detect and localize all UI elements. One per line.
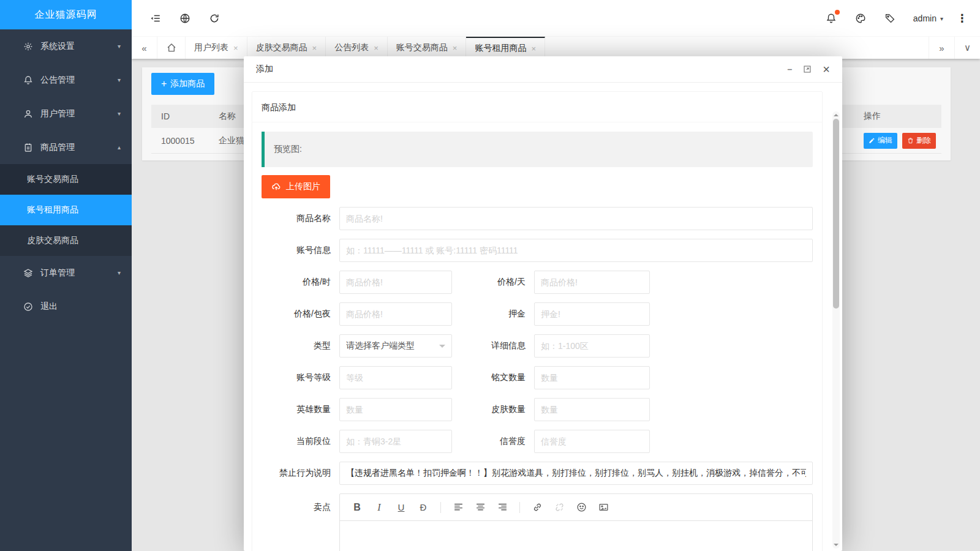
field-label: 禁止行为说明 [262,468,339,479]
add-goods-button[interactable]: + 添加商品 [151,73,214,95]
tabs-scroll-left-button[interactable]: « [132,37,157,59]
tab-label: 账号交易商品 [396,42,448,53]
topbar-right-group: admin ▾ ⋮ [816,0,973,37]
sidebar-submenu-goods: 账号交易商品 账号租用商品 皮肤交易商品 [0,164,132,256]
tab-account-trade-goods[interactable]: 账号交易商品 × [388,37,467,59]
sidebar-item-account-trade-goods[interactable]: 账号交易商品 [0,164,132,195]
close-icon[interactable]: × [453,43,458,53]
hero-count-input[interactable] [339,398,452,421]
field-label: 商品名称 [262,213,339,224]
tabs-dropdown-button[interactable]: ∨ [954,37,980,59]
detail-info-input[interactable] [534,334,650,358]
skin-count-input[interactable] [534,398,650,421]
sidebar-item-system-settings[interactable]: 系统设置 ▾ [0,29,132,63]
maximize-button[interactable] [803,65,812,73]
minimize-button[interactable]: – [788,64,793,74]
sidebar-item-goods-management[interactable]: 商品管理 ▴ [0,130,132,164]
delete-button[interactable]: 删除 [902,133,936,149]
tab-account-rent-goods[interactable]: 账号租用商品 × [466,37,545,59]
goods-name-input[interactable] [339,207,813,230]
form-row-price-night-deposit: 价格/包夜 押金 [262,302,813,326]
deposit-input[interactable] [534,302,650,326]
rich-text-editor: B I U Đ [339,493,813,551]
account-info-input[interactable] [339,239,813,262]
underline-button[interactable]: U [390,494,412,521]
admin-menu[interactable]: admin ▾ [905,0,952,37]
close-icon[interactable]: × [233,43,238,53]
remove-link-button[interactable] [548,494,570,521]
editor-content-area[interactable] [340,521,812,551]
more-options-button[interactable]: ⋮ [952,12,973,25]
align-right-button[interactable] [491,494,513,521]
close-icon[interactable]: × [374,43,379,53]
upload-image-button[interactable]: 上传图片 [262,175,330,198]
forbidden-behavior-input[interactable] [339,462,813,485]
dialog-scrollbar[interactable] [832,111,840,549]
price-per-day-input[interactable] [534,271,650,294]
tab-notice-list[interactable]: 公告列表 × [326,37,388,59]
goods-add-card: 商品添加 预览图: 上传图片 商品名称 账号信息 [252,91,823,551]
close-button[interactable]: × [823,63,830,75]
credit-score-input[interactable] [534,430,650,453]
bell-icon [826,13,837,24]
bold-button[interactable]: B [346,494,368,521]
current-rank-input[interactable] [339,430,452,453]
close-icon[interactable]: × [531,44,536,53]
sidebar-item-notice-management[interactable]: 公告管理 ▾ [0,63,132,97]
card-title: 商品添加 [252,92,822,122]
scrollbar-down-arrow-icon[interactable] [834,544,839,549]
tabbar: « 用户列表 × 皮肤交易商品 × 公告列表 × 账号交易商品 × 账号租用商品… [132,37,980,59]
align-left-button[interactable] [447,494,469,521]
refresh-icon [209,13,220,24]
maximize-icon [803,65,812,73]
tabs-scroll-right-button[interactable]: » [929,37,954,59]
align-center-button[interactable] [469,494,491,521]
tab-home[interactable] [157,37,186,59]
inscription-count-input[interactable] [534,366,650,389]
italic-button[interactable]: I [368,494,390,521]
edit-button[interactable]: 编辑 [864,133,897,149]
tag-button[interactable] [875,0,905,37]
tab-user-list[interactable]: 用户列表 × [186,37,247,59]
tab-skin-trade-goods[interactable]: 皮肤交易商品 × [247,37,326,59]
sidebar-item-label: 退出 [40,301,121,312]
sidebar-item-order-management[interactable]: 订单管理 ▾ [0,256,132,290]
account-level-input[interactable] [339,366,452,389]
sidebar-item-label: 公告管理 [40,75,118,86]
collapse-sidebar-button[interactable] [141,0,170,37]
refresh-button[interactable] [200,0,229,37]
smiley-icon [576,502,587,512]
sidebar-item-logout[interactable]: 退出 [0,290,132,323]
insert-link-button[interactable] [526,494,548,521]
emoji-button[interactable] [570,494,592,521]
form-row-selling-point: 卖点 B I U Đ [262,493,813,551]
chevron-down-icon: ▾ [118,269,121,276]
close-icon[interactable]: × [312,43,317,53]
double-chevron-right-icon: » [939,43,944,53]
price-overnight-input[interactable] [339,302,452,326]
bell-icon [23,75,33,85]
tab-label: 账号租用商品 [475,43,526,54]
scrollbar-up-arrow-icon[interactable] [834,111,839,116]
gear-icon [23,42,33,51]
notifications-button[interactable] [816,0,846,37]
sidebar-item-label: 用户管理 [40,108,118,119]
site-home-button[interactable] [170,0,200,37]
insert-image-button[interactable] [592,494,614,521]
upload-image-label: 上传图片 [286,181,320,192]
sidebar-item-user-management[interactable]: 用户管理 ▾ [0,97,132,130]
field-label: 账号信息 [262,245,339,256]
layers-icon [23,268,33,278]
trash-icon [907,137,914,144]
chevron-down-icon: ▾ [118,43,121,50]
sidebar-item-skin-trade-goods[interactable]: 皮肤交易商品 [0,225,132,256]
theme-button[interactable] [846,0,875,37]
price-per-hour-input[interactable] [339,271,452,294]
sidebar-item-account-rent-goods[interactable]: 账号租用商品 [0,195,132,225]
client-type-select[interactable]: 请选择客户端类型 [339,334,452,358]
tabbar-spacer [545,37,929,59]
strikethrough-button[interactable]: Đ [412,494,434,521]
dialog-controls: – × [788,63,830,75]
tag-icon [884,13,895,24]
scrollbar-thumb[interactable] [833,119,839,309]
